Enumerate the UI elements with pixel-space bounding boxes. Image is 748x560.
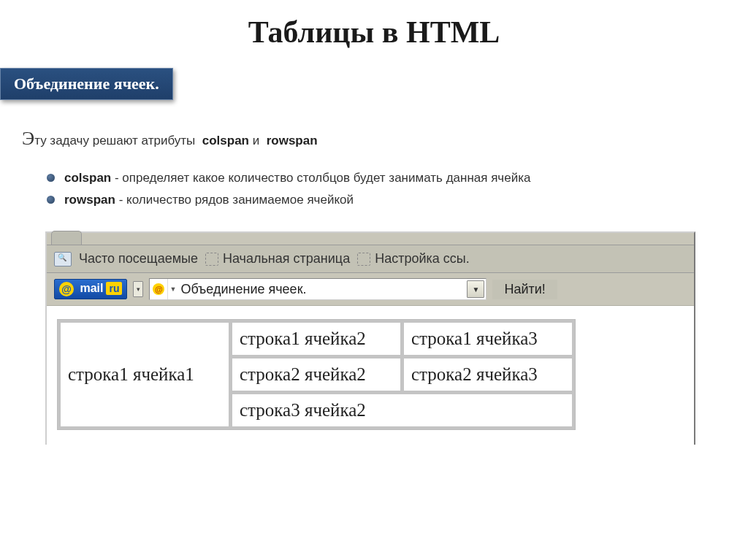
table-cell: строка1 ячейка1 <box>60 322 229 427</box>
page-icon <box>205 253 218 266</box>
bookmark-item[interactable]: Часто посещаемые <box>79 251 198 266</box>
page-content: строка1 ячейка1 строка1 ячейка2 строка1 … <box>47 306 694 445</box>
table-cell: строка2 ячейка2 <box>232 358 401 391</box>
browser-mock: Часто посещаемые Начальная страница Наст… <box>45 231 695 445</box>
bookmark-item[interactable]: Настройка ссы. <box>357 251 470 266</box>
search-input[interactable] <box>176 282 467 297</box>
bullet-list: colspan - определяет какое количество ст… <box>47 167 726 211</box>
list-item: colspan - определяет какое количество ст… <box>47 167 726 189</box>
at-icon: @ <box>59 282 74 296</box>
intro-kw-rowspan: rowspan <box>267 134 318 147</box>
intro-dropcap: Э <box>22 128 34 149</box>
provider-dropdown[interactable]: ▾ <box>133 281 143 297</box>
intro-conj: и <box>249 134 263 147</box>
bookmarks-bar: Часто посещаемые Начальная страница Наст… <box>47 245 694 273</box>
intro-kw-colspan: colspan <box>202 134 249 147</box>
tab-strip <box>47 233 694 245</box>
table-cell: строка3 ячейка2 <box>232 394 573 427</box>
table-cell: строка1 ячейка2 <box>232 322 401 356</box>
mailru-logo[interactable]: @ mailru <box>54 279 127 299</box>
mailru-ru: ru <box>106 282 122 295</box>
chevron-down-icon[interactable]: ▼ <box>168 285 176 293</box>
table-cell: строка2 ячейка3 <box>403 358 573 391</box>
slide-title: Таблицы в HTML <box>0 15 748 50</box>
page-icon <box>357 253 370 266</box>
tab-stub[interactable] <box>51 231 82 245</box>
table-cell: строка1 ячейка3 <box>403 322 573 356</box>
list-item: rowspan - количество рядов занимаемое яч… <box>47 189 726 211</box>
search-toolbar: @ mailru ▾ @ ▼ ▼ Найти! <box>47 273 694 306</box>
history-dropdown[interactable]: ▼ <box>467 280 484 298</box>
subtitle-badge: Объединение ячеек. <box>0 68 173 100</box>
mailru-mail: mail <box>77 282 106 294</box>
bullet-desc: - определяет какое количество столбцов б… <box>111 171 530 185</box>
bullet-kw: rowspan <box>64 193 115 207</box>
bookmark-label: Настройка ссы. <box>375 251 470 266</box>
folder-icon[interactable] <box>54 252 72 266</box>
bookmark-label: Часто посещаемые <box>79 251 198 266</box>
bookmark-label: Начальная страница <box>223 251 350 266</box>
intro-text: Эту задачу решают атрибуты colspan и row… <box>22 128 726 150</box>
search-engine-icon[interactable]: @ <box>150 279 168 299</box>
intro-rest: ту задачу решают атрибуты <box>34 134 195 147</box>
demo-table: строка1 ячейка1 строка1 ячейка2 строка1 … <box>57 319 576 430</box>
search-input-wrap: @ ▼ ▼ <box>149 278 486 300</box>
bullet-kw: colspan <box>64 171 111 185</box>
bookmark-item[interactable]: Начальная страница <box>205 251 350 266</box>
find-button[interactable]: Найти! <box>492 280 557 299</box>
bullet-desc: - количество рядов занимаемое ячейкой <box>115 193 354 207</box>
